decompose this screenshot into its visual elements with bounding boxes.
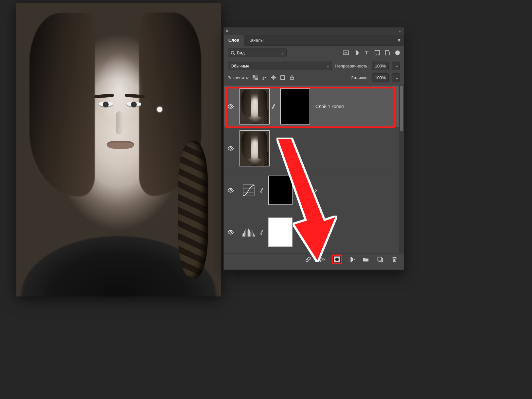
svg-rect-9	[290, 77, 293, 80]
svg-point-0	[231, 51, 234, 54]
collapse-icon[interactable]: ‹‹	[399, 29, 402, 33]
link-layers-icon[interactable]	[304, 256, 312, 263]
lock-position-icon[interactable]	[271, 75, 276, 80]
visibility-eye-icon[interactable]	[227, 229, 234, 236]
layer-thumbnail[interactable]	[239, 88, 270, 124]
svg-rect-25	[254, 235, 255, 237]
svg-rect-20	[248, 228, 249, 236]
layers-bottom-bar: fx▾ ▾	[224, 253, 404, 265]
layer-row[interactable]: Уровни 1	[224, 211, 404, 253]
lock-pixels-icon[interactable]	[262, 75, 267, 80]
svg-rect-16	[243, 233, 244, 236]
lock-artboard-icon[interactable]	[280, 75, 285, 80]
opacity-stepper[interactable]: ⌄	[392, 62, 400, 70]
layer-mask-thumbnail[interactable]	[268, 218, 293, 247]
layer-mask-thumbnail[interactable]	[280, 88, 310, 124]
svg-rect-23	[252, 230, 252, 237]
svg-rect-21	[249, 230, 250, 237]
filter-type-icon[interactable]: T	[364, 50, 370, 56]
svg-rect-22	[251, 232, 251, 237]
group-icon[interactable]	[362, 256, 370, 263]
visibility-eye-icon[interactable]	[227, 187, 234, 194]
fill-label: Заливка:	[351, 75, 369, 80]
svg-rect-19	[247, 230, 247, 237]
svg-rect-3	[375, 50, 380, 55]
layer-mask-thumbnail[interactable]	[268, 176, 293, 205]
svg-point-12	[230, 189, 232, 191]
layers-scrollbar[interactable]	[399, 86, 404, 253]
filter-type-label: Вид	[237, 50, 245, 55]
tab-layers[interactable]: Слои	[224, 35, 244, 46]
panel-menu-icon[interactable]: ≡	[394, 37, 404, 43]
search-icon	[231, 51, 235, 55]
link-mask-icon[interactable]	[260, 187, 266, 193]
adjustment-layer-icon[interactable]: ▾	[347, 256, 355, 263]
close-icon[interactable]: ×	[226, 28, 228, 34]
document-canvas[interactable]	[16, 3, 221, 296]
layer-row[interactable]: Кривые 2	[224, 169, 404, 211]
visibility-eye-icon[interactable]	[227, 103, 234, 110]
svg-point-14	[230, 231, 232, 233]
filter-pixel-icon[interactable]	[343, 50, 349, 56]
scrollbar-thumb[interactable]	[400, 86, 403, 131]
fill-stepper[interactable]: ⌄	[392, 73, 400, 82]
lock-transparent-icon[interactable]	[253, 75, 258, 80]
blend-mode-dropdown[interactable]: Обычные ⌄	[228, 62, 332, 70]
svg-point-27	[335, 257, 339, 261]
blend-mode-label: Обычные	[231, 64, 249, 68]
layers-list: Слой 1 копия Кривые 2	[224, 86, 404, 253]
filter-toggle-dot[interactable]	[395, 50, 400, 55]
visibility-eye-icon[interactable]	[227, 145, 234, 152]
fx-icon[interactable]: fx▾	[319, 256, 327, 263]
panel-header: × ‹‹	[224, 28, 404, 35]
opacity-input[interactable]: 100%	[372, 62, 389, 70]
trash-icon[interactable]	[391, 256, 399, 263]
opacity-label: Непрозрачность:	[335, 64, 369, 68]
portrait-image	[16, 3, 221, 296]
lock-label: Закрепить:	[228, 75, 249, 80]
svg-rect-24	[253, 233, 254, 236]
layer-name[interactable]: Кривые 2	[298, 188, 318, 193]
tab-channels[interactable]: Каналы	[244, 35, 268, 46]
filter-shape-icon[interactable]	[374, 50, 380, 56]
svg-rect-15	[242, 234, 242, 237]
panel-tabs: Слои Каналы ≡	[224, 35, 404, 46]
filter-adjustment-icon[interactable]	[353, 50, 359, 56]
add-mask-icon[interactable]	[333, 256, 341, 263]
chevron-down-icon: ⌄	[327, 64, 329, 68]
svg-rect-29	[378, 257, 382, 261]
fill-input[interactable]: 100%	[372, 73, 389, 82]
layer-name[interactable]: Слой 1 копия	[315, 104, 344, 109]
levels-adjustment-icon[interactable]	[239, 224, 258, 240]
filter-smart-icon[interactable]	[385, 50, 391, 56]
link-mask-icon[interactable]	[260, 229, 266, 235]
svg-point-11	[230, 147, 232, 149]
filter-type-dropdown[interactable]: Вид ⌄	[228, 48, 287, 57]
svg-rect-6	[253, 75, 255, 78]
layer-row[interactable]	[224, 127, 404, 169]
layer-name[interactable]: Уровни 1	[298, 230, 317, 235]
svg-rect-8	[281, 76, 285, 80]
new-layer-icon[interactable]	[376, 256, 384, 263]
link-mask-icon[interactable]	[272, 104, 278, 109]
layer-row[interactable]: Слой 1 копия	[224, 86, 404, 127]
svg-rect-18	[246, 229, 246, 237]
svg-rect-17	[244, 231, 245, 237]
layer-thumbnail[interactable]	[239, 130, 270, 166]
lock-all-icon[interactable]	[289, 75, 294, 80]
chevron-down-icon: ⌄	[281, 51, 284, 55]
layers-panel: × ‹‹ Слои Каналы ≡ Вид ⌄ T	[223, 27, 404, 270]
svg-point-10	[230, 105, 232, 107]
svg-rect-7	[255, 78, 258, 80]
curves-adjustment-icon[interactable]	[239, 182, 258, 198]
